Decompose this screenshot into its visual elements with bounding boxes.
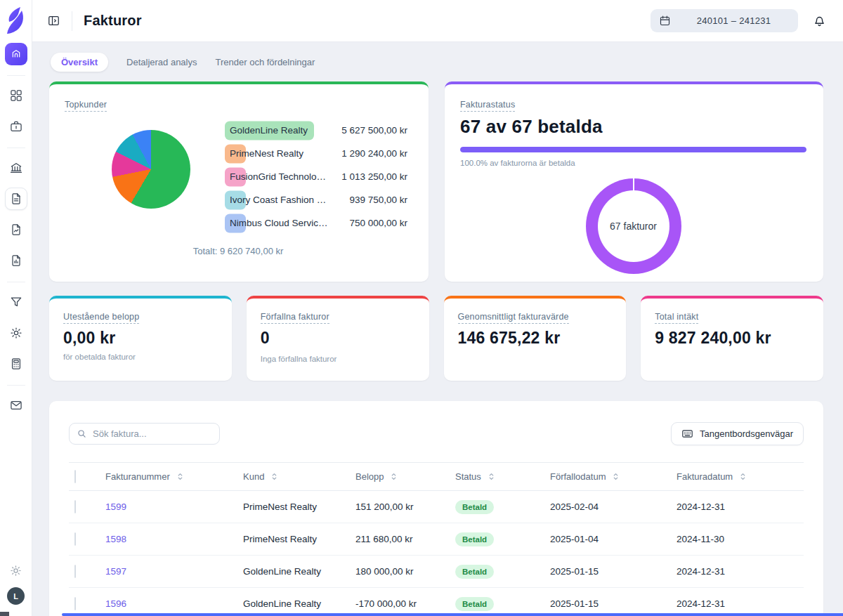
invoice-number-link[interactable]: 1598: [100, 534, 237, 544]
sort-icon: [390, 473, 398, 480]
file-chart-icon[interactable]: [5, 249, 27, 272]
sidebar-divider: [7, 282, 25, 282]
user-avatar[interactable]: L: [7, 587, 25, 605]
select-all-checkbox[interactable]: [74, 470, 76, 483]
due-date-cell: 2025-01-15: [544, 566, 671, 577]
row-checkbox[interactable]: [74, 597, 76, 610]
amount-cell: 180 000,00 kr: [350, 566, 450, 577]
topkunder-legend: GoldenLine Realty 5 627 500,00 kr PrimeN…: [230, 119, 407, 235]
invoice-date-cell: 2024-12-31: [671, 502, 804, 512]
tab-oversikt[interactable]: Översikt: [51, 53, 108, 72]
table-row[interactable]: 1596 GoldenLine Realty -170 000,00 kr Be…: [69, 588, 804, 616]
invoice-table: Fakturanummer Kund Belopp Status Förfall…: [69, 462, 804, 616]
legend-item[interactable]: GoldenLine Realty 5 627 500,00 kr: [230, 119, 407, 142]
workspace-badge-icon[interactable]: [5, 43, 27, 65]
legend-item[interactable]: Ivory Coast Fashion … 939 750,00 kr: [230, 188, 407, 211]
sort-icon: [739, 473, 747, 480]
due-date-cell: 2025-01-04: [544, 534, 671, 544]
date-range-picker[interactable]: 240101 – 241231: [651, 9, 798, 32]
table-row[interactable]: 1598 PrimeNest Realty 211 680,00 kr Beta…: [69, 523, 804, 556]
briefcase-icon[interactable]: [5, 115, 27, 138]
column-header-belopp[interactable]: Belopp: [350, 471, 450, 482]
fakturastatus-donut-chart[interactable]: 67 fakturor: [586, 178, 681, 274]
notifications-bell-icon[interactable]: [809, 11, 829, 31]
invoices-file-icon[interactable]: [5, 188, 27, 210]
calculator-icon[interactable]: [5, 353, 27, 375]
stat-card-genomsnitt: Genomsnittligt fakturavärde 146 675,22 k…: [444, 296, 627, 381]
stat-card-total-intakt: Total intäkt 9 827 240,00 kr: [641, 296, 823, 381]
invoice-number-link[interactable]: 1597: [100, 566, 237, 577]
status-badge: Betald: [455, 500, 494, 514]
invoice-date-cell: 2024-12-31: [671, 598, 804, 609]
legend-item[interactable]: Nimbus Cloud Servic… 750 000,00 kr: [230, 211, 407, 235]
top-header: Fakturor 240101 – 241231: [32, 0, 843, 42]
sidebar-divider: [7, 148, 25, 148]
stat-value: 146 675,22 kr: [458, 329, 613, 348]
amount-cell: 151 200,00 kr: [350, 502, 450, 512]
bottom-accent-strip: [62, 613, 843, 616]
row-checkbox[interactable]: [74, 565, 76, 578]
sidebar-toggle-button[interactable]: [44, 11, 63, 31]
settings-gear-icon[interactable]: [5, 322, 27, 344]
legend-item[interactable]: FusionGrid Technolo… 1 013 250,00 kr: [230, 165, 407, 188]
table-header-row: Fakturanummer Kund Belopp Status Förfall…: [69, 462, 804, 491]
customer-cell: PrimeNest Realty: [237, 534, 350, 544]
search-icon: [77, 428, 87, 439]
invoice-number-link[interactable]: 1599: [100, 502, 237, 512]
table-row[interactable]: 1597 GoldenLine Realty 180 000,00 kr Bet…: [69, 556, 804, 588]
filter-funnel-icon[interactable]: [5, 291, 27, 313]
tab-trender[interactable]: Trender och fördelningar: [216, 57, 315, 67]
scrollbar-corner: [0, 612, 9, 616]
legend-item[interactable]: PrimeNest Realty 1 290 240,00 kr: [230, 142, 407, 165]
keyboard-shortcuts-button[interactable]: Tangentbordsgenvägar: [671, 422, 804, 445]
header-divider: [72, 11, 72, 31]
app-logo-flame-icon[interactable]: [6, 5, 27, 37]
stat-card-utestaende: Utestående belopp 0,00 kr för obetalda f…: [49, 296, 232, 381]
date-range-value: 240101 – 241231: [678, 15, 790, 26]
sidebar-divider: [7, 75, 25, 76]
column-header-forfallodatum[interactable]: Förfallodatum: [544, 471, 671, 482]
amount-cell: 211 680,00 kr: [350, 534, 450, 544]
column-header-kund[interactable]: Kund: [237, 471, 350, 482]
fakturastatus-card: Fakturastatus 67 av 67 betalda 100.0% av…: [445, 81, 823, 282]
main-content: Översikt Detaljerad analys Trender och f…: [32, 42, 843, 616]
invoice-number-link[interactable]: 1596: [100, 598, 237, 609]
column-header-status[interactable]: Status: [450, 471, 544, 482]
stat-title[interactable]: Total intäkt: [655, 312, 698, 324]
stat-title[interactable]: Förfallna fakturor: [261, 312, 329, 324]
tab-detaljerad-analys[interactable]: Detaljerad analys: [126, 57, 197, 67]
stat-subtitle: för obetalda fakturor: [63, 353, 218, 361]
invoice-date-cell: 2024-12-31: [671, 566, 804, 577]
fakturastatus-title[interactable]: Fakturastatus: [460, 100, 515, 112]
stat-value: 0: [261, 329, 415, 348]
page-title: Fakturor: [84, 13, 142, 29]
invoice-date-cell: 2024-11-30: [671, 534, 804, 544]
bank-icon[interactable]: [5, 157, 27, 179]
customer-cell: PrimeNest Realty: [237, 502, 350, 512]
amount-cell: -170 000,00 kr: [350, 598, 450, 609]
sort-icon: [488, 473, 495, 480]
topkunder-total: Totalt: 9 620 740,00 kr: [65, 246, 412, 256]
search-box: [69, 423, 220, 445]
status-badge: Betald: [455, 532, 494, 546]
file-trend-icon[interactable]: [5, 218, 27, 241]
sort-icon: [270, 473, 278, 480]
mail-icon[interactable]: [5, 394, 27, 417]
table-row[interactable]: 1599 PrimeNest Realty 151 200,00 kr Beta…: [69, 491, 804, 523]
calendar-icon: [659, 15, 671, 27]
topkunder-pie-chart[interactable]: [112, 130, 190, 209]
dashboard-grid-icon[interactable]: [5, 84, 27, 107]
column-header-fakturadatum[interactable]: Fakturadatum: [671, 471, 804, 482]
row-checkbox[interactable]: [74, 500, 76, 513]
stat-card-forfallna: Förfallna fakturor 0 Inga förfallna fakt…: [247, 296, 429, 381]
stat-value: 0,00 kr: [63, 329, 218, 348]
search-input[interactable]: [93, 428, 216, 439]
column-header-fakturanummer[interactable]: Fakturanummer: [100, 471, 237, 482]
stat-subtitle: Inga förfallna fakturor: [261, 355, 415, 363]
topkunder-title[interactable]: Topkunder: [65, 100, 107, 112]
paid-headline: 67 av 67 betalda: [460, 116, 806, 138]
theme-toggle-sun-icon[interactable]: [5, 559, 27, 582]
row-checkbox[interactable]: [74, 532, 76, 546]
stat-title[interactable]: Utestående belopp: [63, 312, 139, 324]
stat-title[interactable]: Genomsnittligt fakturavärde: [458, 312, 569, 324]
